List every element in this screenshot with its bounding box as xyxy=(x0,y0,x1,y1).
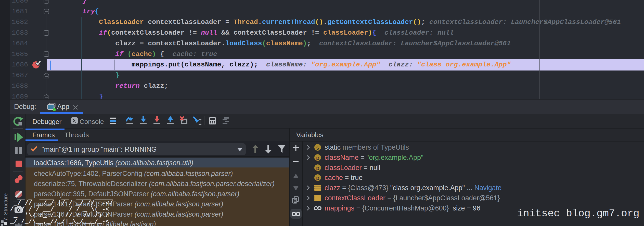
svg-text:p: p xyxy=(316,155,319,161)
svg-text:s: s xyxy=(316,145,319,151)
svg-text:p: p xyxy=(316,175,319,181)
svg-text:p: p xyxy=(316,165,319,171)
